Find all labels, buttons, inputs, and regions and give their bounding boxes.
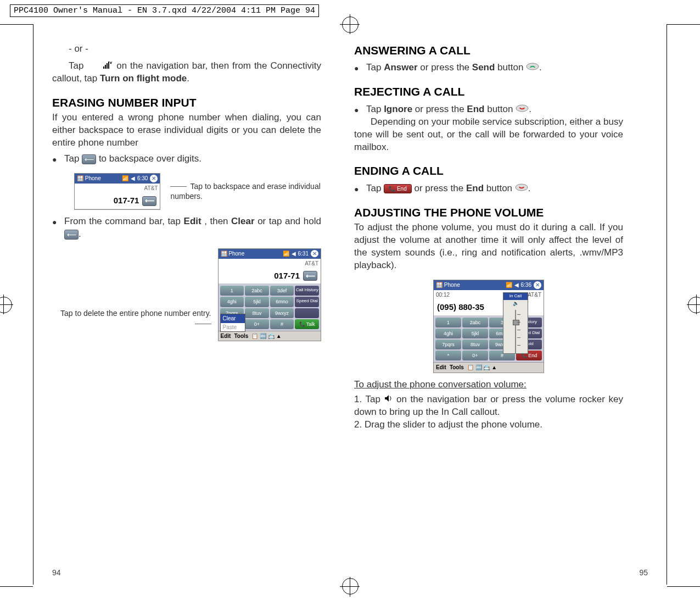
tap-flight-mode-para: Tap on the navigation bar, then from the… [52,60,321,85]
key-9: 9wxyz [270,308,294,318]
key-5: 5jkl [462,329,488,338]
end-bold: End [466,183,484,193]
register-cross [696,295,697,314]
left-column: - or - Tap on the navigation bar, then f… [52,43,321,570]
crop-mark [0,24,33,25]
text: Tap [366,183,384,193]
text: From the command bar, tap [64,216,184,226]
toolbar-icons: 📋 🔤 📇 ▲ [251,332,281,340]
text: Tap [366,104,384,114]
page-number-left: 94 [52,568,61,577]
text: Tap [366,62,384,73]
right-column: ANSWERING A CALL ● Tap Answer or press t… [354,43,623,570]
figure-caption: Tap to backspace and erase individual nu… [170,181,321,201]
svg-rect-2 [107,63,108,69]
clear-bold: Clear [231,216,255,226]
ss-time: 6:31 [298,250,309,258]
step-2: 2. Drag the slider to adjust the phone v… [354,419,623,431]
figure-caption: Tap to delete the entire phone number en… [52,308,211,328]
backspace-icon: ⟵ [82,154,96,164]
period: . [539,62,542,73]
adjust-body: To adjust the phone volume, you must do … [354,221,623,272]
key-1: 1 [220,286,244,296]
period: . [529,104,531,114]
key-hash: # [270,319,294,329]
answer-bold: Answer [384,62,417,73]
screenshot-small: 🪟 Phone 📶 ◀ 6:30 ✕ AT&T 017-71 ⟵ [74,173,160,210]
bullet-backspace: ● Tap ⟵ to backspace over digits. [52,153,321,165]
backspace-icon: ⟵ [303,271,317,281]
end-bold: End [467,104,484,114]
screenshot-large: 🪟 Phone 📶 ◀ 6:31 ✕ AT&T 017-71 ⟵ 1 2abc … [218,248,321,342]
key-star: * [435,351,461,360]
text: button [497,62,526,73]
backspace-icon: ⟵ [64,230,79,240]
text: Tap [69,60,87,71]
register-cross [687,304,700,305]
register-cross [0,304,13,305]
tools-menu: Tools [450,364,464,371]
key-6: 6mno [270,297,294,307]
bullet-dot-icon: ● [354,62,366,74]
speaker-icon [384,393,393,406]
clear-item: Clear [221,314,245,323]
ss-carrier: AT&T [528,291,541,299]
text: button [487,104,516,114]
key-call-history: Call History [295,286,319,296]
period: . [528,183,531,193]
edit-menu: Edit [221,332,231,340]
adjust-subheading: To adjust the phone conversation volume: [354,379,623,391]
key-4: 4ghi [220,297,244,307]
crop-mark [0,586,33,587]
figure-volume: 🪟 Phone 📶 ◀ 6:36 ✕ 00:12 AT&T (095) 880-… [354,280,623,373]
heading-ending: ENDING A CALL [354,163,623,179]
key-0: 0+ [245,319,269,329]
reject-body: Depending on your mobile service subscri… [354,116,623,154]
paste-item: Paste [221,323,245,332]
signal-icon: 📶 [122,175,128,182]
figure-backspace: 🪟 Phone 📶 ◀ 6:30 ✕ AT&T 017-71 ⟵ Tap to … [74,173,321,210]
flight-mode-bold: Turn on flight mode [100,73,187,84]
register-mark [0,297,12,313]
bullet-reject: ● Tap Ignore or press the End button . [354,103,623,116]
svg-rect-0 [103,66,104,69]
backspace-icon: ⟵ [142,196,156,206]
key-7: 7pqrs [435,340,461,349]
ss-title: Phone [444,282,460,288]
crop-mark [667,24,667,585]
key-blank [295,308,319,318]
register-cross [3,295,4,314]
step-1: 1. Tap on the navigation bar or press th… [354,393,623,419]
clear-menu: Clear Paste [220,314,245,332]
text: or press the [415,104,467,114]
bullet-dot-icon: ● [52,215,64,227]
bullet-dot-icon: ● [52,153,64,165]
text: to backspace over digits. [99,153,201,164]
period: . [79,229,81,239]
text: or press the [420,62,472,73]
ss-time: 6:36 [521,281,531,289]
edit-bold: Edit [184,216,201,226]
register-mark [342,16,359,33]
send-bold: Send [472,62,495,73]
volume-thumb [513,320,519,325]
text: button [486,183,515,193]
svg-point-7 [516,184,528,191]
register-cross [350,14,350,34]
end-button-icon [515,182,528,195]
tools-menu: Tools [234,332,248,340]
ss-carrier: AT&T [219,259,321,269]
ss-number: (095) 880-35 [437,302,484,313]
print-header: PPC4100 Owner's Manual - EN 3.7.qxd 4/22… [10,4,319,17]
ignore-bold: Ignore [384,104,412,114]
key-3: 3def [270,286,294,296]
ss-carrier: AT&T [75,184,160,193]
key-5: 5jkl [245,297,269,307]
text: or press the [414,183,466,193]
edit-menu: Edit [436,364,446,371]
heading-erasing: ERASING NUMBER INPUT [52,95,321,110]
erasing-body: If you entered a wrong phone number when… [52,112,321,149]
key-4: 4ghi [435,329,461,338]
bullet-answer: ● Tap Answer or press the Send button . [354,62,623,74]
heading-adjusting: ADJUSTING THE PHONE VOLUME [354,205,623,220]
